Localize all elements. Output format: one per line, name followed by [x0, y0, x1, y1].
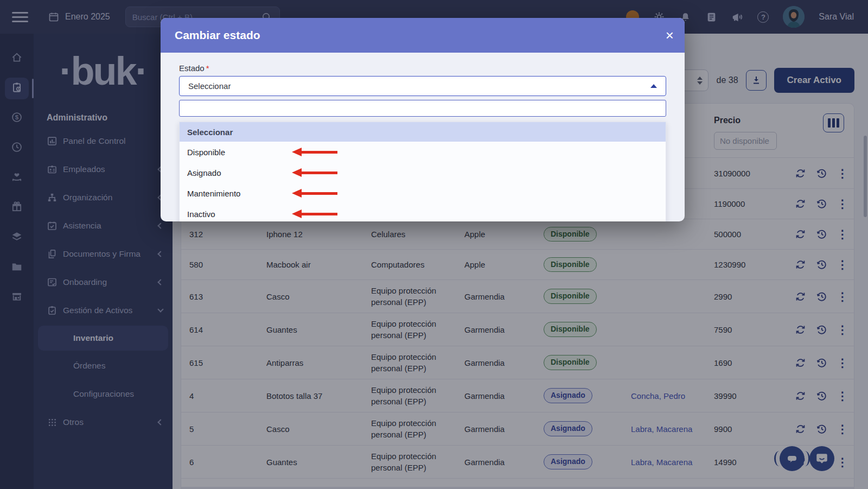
- change-status-modal: Cambiar estado × Estado* Seleccionar Sel…: [161, 18, 685, 221]
- annotation-arrow-icon: [292, 148, 337, 156]
- estado-label: Estado*: [179, 63, 666, 73]
- estado-options-list: SeleccionarDisponibleAsignadoMantenimien…: [179, 122, 666, 221]
- annotation-arrow-icon: [292, 168, 337, 177]
- caret-up-icon: [650, 84, 657, 88]
- annotation-arrow-icon: [292, 189, 337, 198]
- modal-header: Cambiar estado ×: [161, 18, 685, 53]
- estado-option-mantenimiento[interactable]: Mantenimiento: [180, 183, 666, 204]
- modal-title: Cambiar estado: [175, 29, 666, 42]
- estado-select-value: Seleccionar: [188, 81, 650, 91]
- option-label: Mantenimiento: [187, 189, 240, 198]
- estado-option-inactivo[interactable]: Inactivo: [180, 204, 666, 221]
- option-label: Inactivo: [187, 209, 215, 219]
- option-label: Disponible: [187, 148, 225, 157]
- annotation-arrow-icon: [292, 209, 337, 218]
- estado-option-asignado[interactable]: Asignado: [180, 162, 666, 183]
- estado-option-disponible[interactable]: Disponible: [180, 142, 666, 162]
- required-asterisk: *: [206, 63, 209, 73]
- option-label: Asignado: [187, 168, 221, 177]
- dropdown-search-input[interactable]: [179, 100, 666, 117]
- option-label: Seleccionar: [187, 128, 233, 137]
- close-icon[interactable]: ×: [666, 28, 674, 42]
- estado-option-seleccionar[interactable]: Seleccionar: [180, 122, 666, 142]
- estado-select[interactable]: Seleccionar: [179, 76, 666, 96]
- modal-body: Estado* Seleccionar SeleccionarDisponibl…: [161, 53, 685, 221]
